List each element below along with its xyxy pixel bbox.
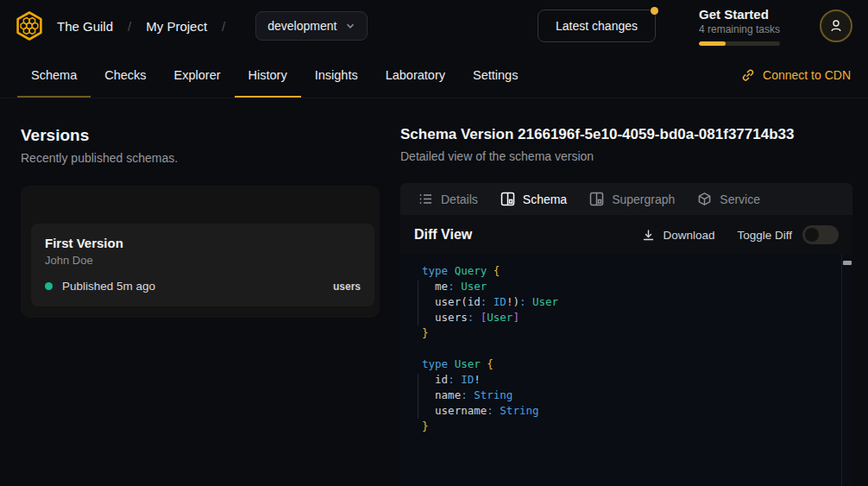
detail-tab-supergraph-label: Supergraph — [612, 193, 675, 206]
versions-panel: Versions Recently published schemas. Fir… — [0, 98, 400, 486]
tab-laboratory-label: Laboratory — [386, 68, 445, 82]
code-line: user(id: ID!): User — [422, 294, 827, 310]
tab-schema[interactable]: Schema — [17, 52, 91, 98]
service-badge: users — [333, 281, 361, 293]
indent-guide — [418, 374, 418, 419]
connect-to-cdn-label: Connect to CDN — [763, 68, 851, 82]
diff-view-header: Diff View Download Toggle Diff — [400, 215, 852, 255]
versions-subtitle: Recently published schemas. — [21, 151, 380, 165]
code-line: type Query { — [422, 263, 827, 279]
person-icon — [828, 18, 844, 34]
app-root: The Guild / My Project / development Lat… — [0, 0, 868, 486]
detail-tab-service-label: Service — [720, 193, 760, 206]
schema-code-area: type Query { me: User user(id: ID!): Use… — [400, 255, 852, 486]
tab-insights-label: Insights — [315, 68, 358, 82]
get-started-widget[interactable]: Get Started 4 remaining tasks — [699, 7, 780, 46]
tab-settings-label: Settings — [473, 68, 518, 82]
download-icon — [642, 229, 655, 242]
latest-changes-label: Latest changes — [556, 19, 638, 33]
target-selector-dropdown[interactable]: development — [255, 11, 368, 41]
columns-icon — [589, 192, 604, 206]
version-detail-panel: Schema Version 2166196f-5e10-4059-bd0a-0… — [400, 98, 868, 486]
tab-history-label: History — [248, 68, 287, 82]
connect-to-cdn-link[interactable]: Connect to CDN — [741, 52, 851, 98]
tab-laboratory[interactable]: Laboratory — [372, 52, 459, 98]
version-detail-title: Schema Version 2166196f-5e10-4059-bd0a-0… — [400, 126, 852, 143]
published-status-dot — [45, 282, 53, 290]
code-block: type Query { me: User user(id: ID!): Use… — [400, 255, 852, 443]
detail-tab-details-label: Details — [441, 193, 478, 206]
detail-tab-supergraph[interactable]: Supergraph — [578, 183, 686, 215]
code-line — [422, 341, 827, 357]
detail-tab-schema[interactable]: Schema — [489, 183, 578, 215]
target-selector-value: development — [267, 19, 337, 33]
code-line: type User { — [422, 357, 827, 372]
schema-viewer: Details Schema Supergraph — [400, 183, 852, 486]
chevron-down-icon — [345, 21, 355, 31]
get-started-title: Get Started — [699, 7, 780, 22]
versions-title: Versions — [21, 126, 380, 145]
code-line: id: ID! — [422, 372, 827, 388]
tab-explorer-label: Explorer — [174, 68, 221, 82]
get-started-progress-fill — [699, 41, 726, 46]
link-icon — [741, 68, 755, 82]
list-icon — [418, 192, 433, 206]
tab-settings[interactable]: Settings — [459, 52, 531, 98]
main-content: Versions Recently published schemas. Fir… — [0, 98, 868, 486]
tab-history[interactable]: History — [235, 52, 301, 98]
code-line: name: String — [422, 388, 827, 403]
get-started-progress-track — [699, 41, 780, 46]
toggle-diff-control: Toggle Diff — [737, 225, 839, 244]
latest-changes-button[interactable]: Latest changes — [538, 9, 656, 42]
diff-view-actions: Download Toggle Diff — [642, 225, 839, 244]
toggle-diff-switch[interactable] — [802, 225, 839, 244]
main-nav: Schema Checks Explorer History Insights … — [0, 52, 868, 98]
user-avatar[interactable] — [820, 9, 852, 42]
detail-tab-service[interactable]: Service — [686, 183, 771, 215]
top-header: The Guild / My Project / development Lat… — [0, 0, 868, 52]
detail-tab-schema-label: Schema — [523, 193, 567, 206]
cube-icon — [697, 192, 712, 206]
tab-checks[interactable]: Checks — [91, 52, 160, 98]
breadcrumb-org[interactable]: The Guild — [57, 19, 113, 34]
tab-insights[interactable]: Insights — [301, 52, 372, 98]
detail-tab-details[interactable]: Details — [407, 183, 489, 215]
code-line: } — [422, 325, 827, 341]
toggle-knob — [805, 228, 819, 242]
breadcrumb-separator: / — [128, 19, 131, 34]
hive-logo-icon[interactable] — [12, 9, 47, 43]
notification-dot — [651, 7, 658, 15]
code-line: users: [User] — [422, 310, 827, 325]
tab-schema-label: Schema — [31, 68, 77, 82]
code-line: me: User — [422, 279, 827, 294]
tab-checks-label: Checks — [104, 68, 146, 82]
version-status: Published 5m ago — [62, 280, 155, 293]
breadcrumb-project[interactable]: My Project — [146, 19, 207, 34]
version-name: First Version — [45, 236, 361, 250]
detail-tabs: Details Schema Supergraph — [400, 183, 852, 215]
versions-list: First Version John Doe Published 5m ago … — [21, 186, 380, 318]
indent-guide — [418, 281, 418, 325]
get-started-subtitle: 4 remaining tasks — [699, 23, 780, 35]
toggle-diff-label: Toggle Diff — [737, 229, 792, 242]
scrollbar-thumb[interactable] — [843, 261, 852, 265]
version-detail-subtitle: Detailed view of the schema version — [400, 149, 852, 163]
download-button[interactable]: Download — [642, 229, 714, 242]
version-status-row: Published 5m ago users — [45, 280, 361, 293]
code-line: } — [422, 419, 827, 434]
version-author: John Doe — [45, 254, 361, 267]
breadcrumb-separator: / — [222, 19, 225, 34]
code-line: username: String — [422, 403, 827, 419]
columns-icon — [500, 192, 515, 206]
download-label: Download — [663, 229, 714, 242]
version-list-item[interactable]: First Version John Doe Published 5m ago … — [31, 224, 374, 306]
diff-view-title: Diff View — [414, 227, 472, 243]
code-scrollbar — [841, 255, 852, 486]
tab-explorer[interactable]: Explorer — [160, 52, 235, 98]
